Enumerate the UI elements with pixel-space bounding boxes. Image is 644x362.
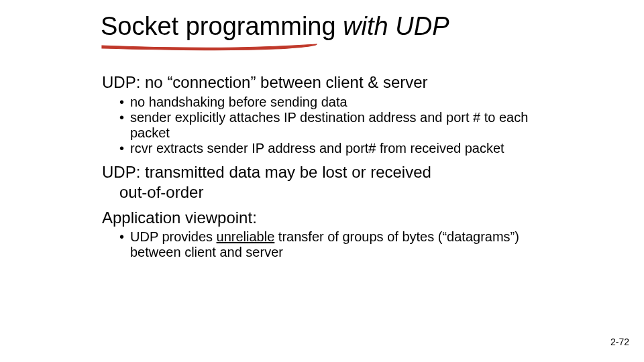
section1-heading-pre: UDP: no (102, 73, 167, 91)
title-underline-stroke (101, 42, 322, 52)
section2-line1: UDP: transmitted data may be lost or rec… (102, 163, 531, 182)
section2-line2: out-of-order (119, 184, 531, 201)
bullet-text-pre: UDP provides (130, 229, 217, 244)
section1-heading-quote: “connection” (167, 73, 256, 91)
slide-title: Socket programming with UDP (101, 12, 644, 41)
bullet-text-underlined: unreliable (217, 229, 275, 244)
section3: Application viewpoint: UDP provides unre… (102, 208, 531, 261)
list-item: sender explicitly attaches IP destinatio… (119, 110, 531, 141)
section1-heading: UDP: no “connection” between client & se… (102, 73, 531, 92)
list-item: rcvr extracts sender IP address and port… (119, 141, 531, 156)
title-text-plain: Socket programming (101, 12, 343, 40)
section1-heading-post: between client & server (256, 73, 427, 91)
bullet-text-mid: transfer of groups of bytes ( (274, 229, 442, 244)
section1-bullets: no handshaking before sending data sende… (119, 95, 531, 156)
section2: UDP: transmitted data may be lost or rec… (102, 163, 531, 202)
bullet-text-quote: “datagrams” (442, 229, 515, 244)
section3-heading: Application viewpoint: (102, 208, 531, 227)
title-text-italic: with UDP (343, 12, 449, 40)
slide: Socket programming with UDP UDP: no “con… (0, 0, 644, 362)
section3-bullets: UDP provides unreliable transfer of grou… (119, 229, 531, 260)
slide-number: 2-72 (610, 337, 629, 347)
list-item: no handshaking before sending data (119, 95, 531, 110)
list-item: UDP provides unreliable transfer of grou… (119, 229, 531, 260)
slide-body: UDP: no “connection” between client & se… (102, 73, 531, 260)
